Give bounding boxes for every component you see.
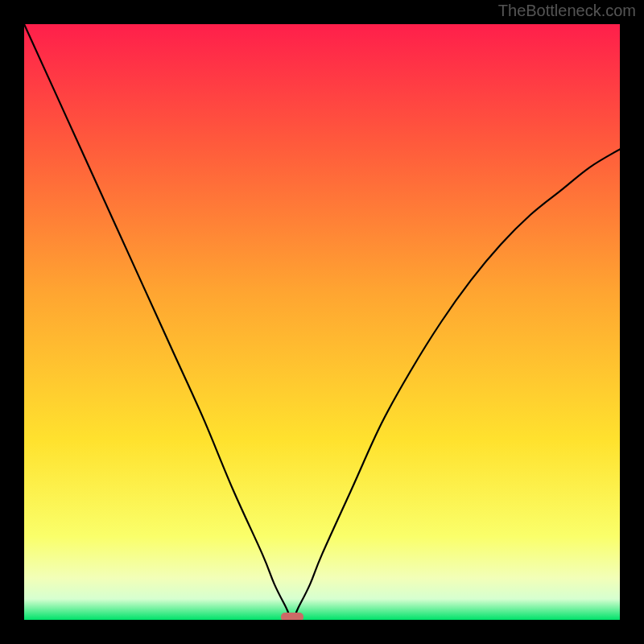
minimum-marker: [281, 613, 303, 620]
watermark-text: TheBottleneck.com: [498, 2, 636, 20]
chart-background: [24, 24, 620, 620]
chart-plot-area: [24, 24, 620, 620]
chart-frame: TheBottleneck.com: [0, 0, 644, 644]
chart-svg: [24, 24, 620, 620]
